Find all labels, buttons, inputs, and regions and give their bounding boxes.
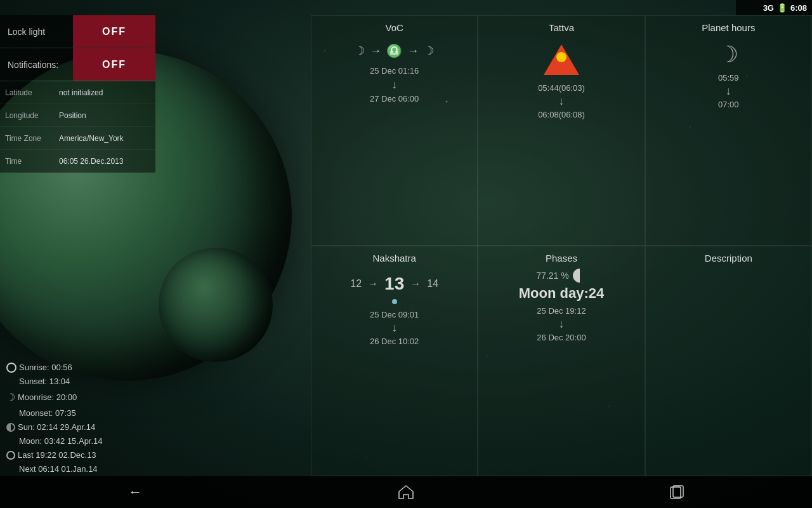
moon-date-row: Moon: 03:42 15.Apr.14 — [6, 434, 103, 448]
phases-moonday-label: Moon day: — [519, 285, 589, 301]
bottom-info: Sunrise: 00:56 Sunset: 13:04 ☽ Moonrise:… — [6, 361, 103, 476]
timezone-row: Time Zone America/New_York — [0, 127, 155, 150]
nav-bar: ← — [0, 476, 812, 508]
voc-date1: 25 Dec 01:16 — [370, 66, 419, 76]
tattva-triangle-icon — [544, 44, 579, 75]
left-panel: Lock light OFF Notifications: OFF Latitu… — [0, 15, 155, 173]
longitude-val: Position — [59, 111, 86, 120]
description-cell[interactable]: Description — [645, 246, 812, 476]
nakshatra-dot — [392, 299, 397, 304]
nakshatra-current: 13 — [384, 274, 404, 294]
tattva-time1: 05:44(06:03) — [538, 83, 585, 93]
phases-moonday-value: 24 — [589, 285, 604, 301]
timezone-val: America/New_York — [59, 134, 124, 143]
back-button[interactable]: ← — [116, 479, 154, 505]
nakshatra-date2: 26 Dec 10:02 — [370, 337, 419, 346]
phases-moonday: Moon day:24 — [519, 285, 604, 302]
crescent-icon: ☽ — [6, 389, 15, 406]
recent-icon — [669, 484, 685, 500]
planet-arrow-down: ↓ — [726, 84, 731, 98]
voc-arrow-down: ↓ — [391, 78, 397, 91]
nakshatra-title: Nakshatra — [372, 253, 416, 264]
planet-hours-title: Planet hours — [702, 22, 755, 33]
phases-date2: 26 Dec 20:00 — [537, 333, 586, 342]
half-moon-icon — [6, 423, 15, 432]
planet-crescent-icon: ☽ — [718, 43, 738, 66]
moonrise-row: ☽ Moonrise: 20:00 — [6, 389, 103, 406]
moon-date-text: Moon: 03:42 15.Apr.14 — [19, 434, 103, 448]
latitude-key: Latitude — [5, 88, 59, 97]
recent-button[interactable] — [658, 479, 696, 505]
home-icon — [397, 483, 415, 501]
longitude-key: Longitude — [5, 111, 59, 120]
phases-cell[interactable]: Phases 77.21 % Moon day:24 25 Dec 19:12 … — [478, 246, 645, 476]
lock-light-toggle[interactable]: OFF — [73, 15, 155, 48]
battery-icon: 🔋 — [777, 3, 787, 13]
phases-percent-text: 77.21 % — [536, 271, 568, 281]
moonrise-text: Moonrise: 20:00 — [18, 391, 77, 404]
moonset-row: Moonset: 07:35 — [6, 406, 103, 420]
voc-from-sign: ☽ — [355, 44, 365, 58]
tattva-title: Tattva — [549, 22, 574, 33]
next-text: Next 06:14 01.Jan.14 — [19, 462, 98, 476]
nakshatra-arrow1: → — [368, 278, 378, 290]
longitude-row: Longitude Position — [0, 104, 155, 127]
clock: 6:08 — [790, 3, 807, 13]
tattva-time2: 06:08(06:08) — [538, 110, 585, 119]
sunset-text: Sunset: 13:04 — [19, 375, 70, 389]
lock-light-row: Lock light OFF — [0, 15, 155, 48]
voc-cell[interactable]: VoC ☽ → ♎ → ☽ 25 Dec 01:16 ↓ 27 Dec 06:0… — [311, 15, 478, 246]
voc-title: VoC — [385, 22, 403, 33]
phases-moon-icon — [573, 269, 587, 283]
time-row: Time 06:05 26.Dec.2013 — [0, 150, 155, 173]
tattva-cell[interactable]: Tattva 05:44(06:03) ↓ 06:08(06:08) — [478, 15, 645, 246]
home-button[interactable] — [387, 479, 425, 505]
sunrise-row: Sunrise: 00:56 — [6, 361, 103, 375]
empty-circle-icon — [6, 451, 15, 460]
planet-time2: 07:00 — [718, 100, 739, 109]
voc-arrow2: → — [407, 44, 419, 58]
phases-date1: 25 Dec 19:12 — [537, 306, 586, 316]
phases-title: Phases — [546, 253, 577, 264]
nakshatra-prev: 12 — [350, 278, 362, 290]
planet-time1: 05:59 — [718, 73, 739, 83]
time-key: Time — [5, 157, 59, 166]
phases-arrow-down: ↓ — [558, 318, 564, 331]
latitude-row: Latitude not initialized — [0, 81, 155, 104]
nakshatra-arrow2: → — [410, 278, 421, 290]
voc-sign: ♎ — [386, 43, 402, 58]
voc-date2: 27 Dec 06:00 — [370, 94, 419, 104]
next-row: Next 06:14 01.Jan.14 — [6, 462, 103, 476]
voc-signs: ☽ → ♎ → ☽ — [355, 43, 434, 58]
notifications-toggle[interactable]: OFF — [73, 48, 155, 81]
signal-indicator: 3G — [763, 3, 774, 13]
nakshatra-numbers: 12 → 13 → 14 — [350, 274, 438, 294]
main-grid: VoC ☽ → ♎ → ☽ 25 Dec 01:16 ↓ 27 Dec 06:0… — [311, 15, 812, 476]
planet-hours-cell[interactable]: Planet hours ☽ 05:59 ↓ 07:00 — [645, 15, 812, 246]
notifications-row: Notifications: OFF — [0, 48, 155, 81]
nakshatra-arrow-down: ↓ — [391, 321, 397, 335]
sunrise-text: Sunrise: 00:56 — [19, 361, 72, 375]
sun-date-row: Sun: 02:14 29.Apr.14 — [6, 420, 103, 434]
timezone-key: Time Zone — [5, 134, 59, 143]
lock-light-label: Lock light — [0, 15, 73, 48]
sun-icon — [6, 363, 16, 373]
voc-arrow1: → — [370, 44, 381, 58]
status-bar: 3G 🔋 6:08 — [736, 0, 812, 15]
time-val: 06:05 26.Dec.2013 — [59, 157, 123, 166]
description-title: Description — [705, 253, 752, 264]
nakshatra-cell[interactable]: Nakshatra 12 → 13 → 14 25 Dec 09:01 ↓ 26… — [311, 246, 478, 476]
phases-percent-row: 77.21 % — [536, 269, 586, 283]
sun-date-text: Sun: 02:14 29.Apr.14 — [18, 420, 95, 434]
voc-to-sign: ☽ — [424, 44, 434, 58]
sunset-row: Sunset: 13:04 — [6, 375, 103, 389]
nakshatra-next: 14 — [427, 278, 438, 290]
moonset-text: Moonset: 07:35 — [19, 406, 76, 420]
notifications-label: Notifications: — [0, 48, 73, 81]
tattva-arrow-down: ↓ — [558, 95, 564, 108]
nakshatra-date1: 25 Dec 09:01 — [370, 310, 419, 319]
latitude-val: not initialized — [59, 88, 103, 97]
last-text: Last 19:22 02.Dec.13 — [18, 448, 96, 462]
last-row: Last 19:22 02.Dec.13 — [6, 448, 103, 462]
